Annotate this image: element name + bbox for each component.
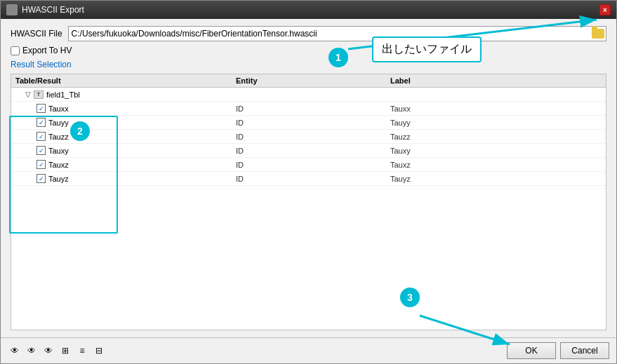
row-1-cell: Tauyy: [11, 118, 236, 127]
title-bar: HWASCII Export ×: [1, 1, 616, 19]
tree-root-row[interactable]: ▽ T field1_Tbl: [11, 88, 606, 102]
eye-icon[interactable]: 👁: [8, 344, 22, 358]
row-0-entity: ID: [236, 105, 390, 113]
row-5-checkbox[interactable]: [37, 174, 46, 183]
result-selection-row: Result Selection: [11, 60, 606, 69]
row-1-entity: ID: [236, 119, 390, 127]
export-hv-row: Export To HV: [11, 46, 606, 55]
row-0-name: Tauxx: [48, 105, 69, 113]
bottom-icons: 👁 👁 👁 ⊞ ≡ ⊟: [8, 344, 106, 358]
table-row[interactable]: Tauxy ID Tauxy: [11, 144, 606, 158]
row-3-name: Tauxy: [48, 147, 69, 155]
title-bar-right: ×: [599, 4, 611, 15]
row-0-checkbox[interactable]: [37, 104, 46, 113]
hwascii-label: HWASCII File: [11, 29, 62, 39]
row-4-cell: Tauxz: [11, 160, 236, 169]
cancel-button[interactable]: Cancel: [560, 342, 609, 359]
row-4-label: Tauxz: [390, 161, 606, 169]
row-2-label: Tauzz: [390, 133, 606, 141]
app-icon: [6, 4, 18, 15]
col-header-entity: Entity: [236, 76, 390, 85]
eye-icon-2[interactable]: 👁: [25, 344, 39, 358]
table-row[interactable]: Tauxx ID Tauxx: [11, 102, 606, 116]
row-3-checkbox[interactable]: [37, 146, 46, 155]
main-window: HWASCII Export × HWASCII File: [0, 0, 617, 364]
row-1-checkbox[interactable]: [37, 118, 46, 127]
eye-icon-3[interactable]: 👁: [41, 344, 55, 358]
row-2-checkbox[interactable]: [37, 132, 46, 141]
table-row[interactable]: Tauxz ID Tauxz: [11, 158, 606, 172]
bottom-bar: 👁 👁 👁 ⊞ ≡ ⊟ OK Cancel: [1, 337, 616, 363]
filter-icon[interactable]: ⊟: [92, 344, 106, 358]
row-4-checkbox[interactable]: [37, 160, 46, 169]
col-header-table: Table/Result: [11, 76, 236, 85]
list-icon[interactable]: ≡: [75, 344, 89, 358]
expand-icon[interactable]: ▽: [25, 90, 34, 98]
row-1-name: Tauyy: [48, 119, 69, 127]
folder-icon: [592, 29, 604, 39]
root-node-label: field1_Tbl: [46, 90, 80, 99]
table-row[interactable]: Tauyz ID Tauyz: [11, 172, 606, 186]
row-4-entity: ID: [236, 161, 390, 169]
ok-button[interactable]: OK: [507, 342, 556, 359]
row-5-entity: ID: [236, 175, 390, 183]
grid-icon[interactable]: ⊞: [58, 344, 72, 358]
row-3-label: Tauxy: [390, 147, 606, 155]
export-hv-checkbox[interactable]: [11, 46, 20, 55]
row-4-name: Tauxz: [48, 161, 69, 169]
row-2-cell: Tauzz: [11, 132, 236, 141]
row-5-label: Tauyz: [390, 175, 606, 183]
row-0-cell: Tauxx: [11, 104, 236, 113]
result-selection-link[interactable]: Result Selection: [11, 60, 72, 69]
window-wrapper: HWASCII Export × HWASCII File: [0, 0, 617, 364]
row-2-entity: ID: [236, 133, 390, 141]
close-button[interactable]: ×: [599, 4, 611, 15]
hwascii-input-container: [68, 26, 606, 41]
row-3-cell: Tauxy: [11, 146, 236, 155]
table-row[interactable]: Tauyy ID Tauyy: [11, 116, 606, 130]
row-0-label: Tauxx: [390, 105, 606, 113]
hwascii-file-input[interactable]: [68, 26, 606, 41]
title-bar-left: HWASCII Export: [6, 4, 84, 15]
row-2-name: Tauzz: [48, 133, 69, 141]
hwascii-file-row: HWASCII File: [11, 26, 606, 41]
window-title: HWASCII Export: [22, 5, 84, 15]
row-5-cell: Tauyz: [11, 174, 236, 183]
table-header: Table/Result Entity Label: [11, 74, 606, 88]
content-area: HWASCII File Export To HV Result Selecti…: [1, 19, 616, 337]
row-5-name: Tauyz: [48, 175, 69, 183]
browse-file-button[interactable]: [591, 27, 605, 40]
row-3-entity: ID: [236, 147, 390, 155]
row-1-label: Tauyy: [390, 119, 606, 127]
table-row[interactable]: Tauzz ID Tauzz: [11, 130, 606, 144]
dialog-buttons: OK Cancel: [507, 342, 609, 359]
table-body: ▽ T field1_Tbl Tauxx: [11, 88, 606, 330]
table-node-icon: T: [34, 90, 44, 99]
results-table: Table/Result Entity Label ▽ T field1_Tbl: [11, 74, 606, 330]
col-header-label: Label: [390, 76, 606, 85]
export-hv-label: Export To HV: [22, 46, 72, 55]
root-cell: ▽ T field1_Tbl: [11, 90, 236, 99]
